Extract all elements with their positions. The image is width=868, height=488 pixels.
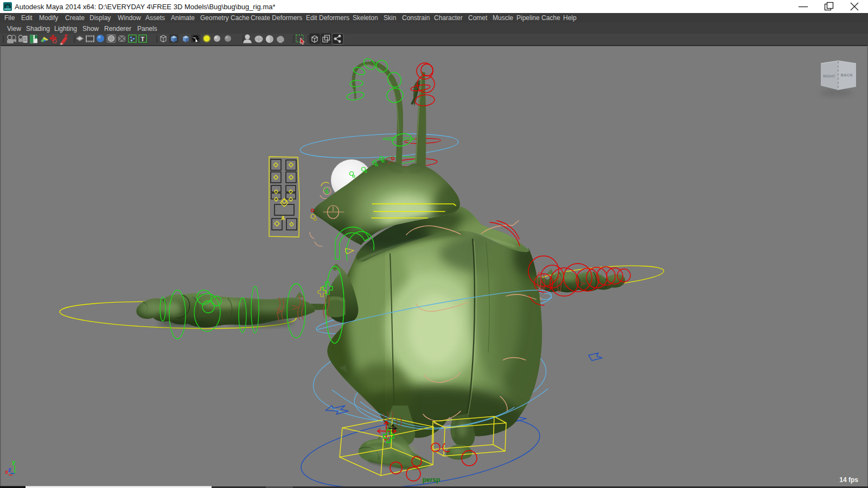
svg-text:Edit: Edit — [21, 14, 33, 22]
svg-text:Renderer: Renderer — [104, 25, 131, 33]
svg-text:Skin: Skin — [384, 14, 396, 22]
svg-text:persp: persp — [423, 476, 441, 484]
svg-text:Lighting: Lighting — [54, 25, 77, 33]
svg-text:y: y — [12, 459, 16, 465]
svg-text:File: File — [4, 14, 15, 22]
svg-text:View: View — [7, 25, 21, 33]
svg-text:Assets: Assets — [145, 14, 165, 22]
svg-text:Show: Show — [82, 25, 99, 33]
svg-text:Create: Create — [65, 14, 85, 22]
svg-text:Window: Window — [118, 14, 141, 22]
svg-text:z: z — [8, 466, 11, 473]
svg-text:T: T — [141, 36, 145, 42]
svg-text:Help: Help — [563, 14, 577, 22]
svg-text:A: A — [281, 215, 285, 221]
svg-text:Geometry Cache: Geometry Cache — [200, 14, 250, 22]
svg-text:Animate: Animate — [171, 14, 195, 22]
svg-text:Edit Deformers: Edit Deformers — [306, 14, 349, 22]
svg-text:Autodesk Maya 2014 x64: D:\EVE: Autodesk Maya 2014 x64: D:\EVERYDAY 4\FR… — [15, 3, 276, 11]
svg-text:Character: Character — [434, 14, 463, 22]
svg-text:Modify: Modify — [39, 14, 58, 22]
svg-text:BACK: BACK — [841, 73, 853, 78]
svg-text:Pipeline Cache: Pipeline Cache — [516, 14, 560, 22]
svg-text:Constrain: Constrain — [402, 14, 430, 22]
svg-text:Display: Display — [90, 14, 111, 22]
svg-text:Muscle: Muscle — [493, 14, 513, 22]
svg-text:RIGHT: RIGHT — [823, 74, 835, 78]
svg-text:14 fps: 14 fps — [839, 476, 858, 484]
svg-text:Skeleton: Skeleton — [353, 14, 378, 22]
svg-text:Comet: Comet — [468, 14, 488, 22]
svg-text:Create Deformers: Create Deformers — [251, 14, 302, 22]
svg-text:Panels: Panels — [137, 25, 157, 33]
svg-text:Shading: Shading — [26, 25, 50, 33]
